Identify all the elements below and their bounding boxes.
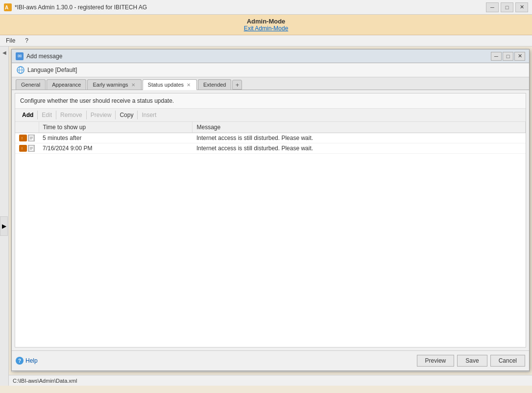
status-bar: C:\IBI-aws\Admin\Data.xml (9, 375, 532, 386)
tab-early-warnings-label: Early warnings (93, 82, 128, 88)
dialog-content: Configure whether the user should receiv… (15, 93, 526, 347)
row-time-2: 7/16/2024 9:00 PM (39, 143, 193, 154)
left-sidebar: ◀ ▶ (0, 46, 9, 386)
tab-general[interactable]: General (16, 79, 46, 90)
menu-file[interactable]: File (4, 36, 17, 45)
tab-bar: General Appearance Early warnings ✕ Stat… (12, 77, 529, 90)
tab-early-warnings-close[interactable]: ✕ (130, 82, 136, 88)
doc-icon (28, 135, 35, 141)
status-icon-2: ! (19, 145, 27, 152)
app-icon: A (4, 3, 12, 11)
toolbar-preview: Preview (87, 111, 116, 119)
config-description: Configure whether the user should receiv… (15, 93, 526, 109)
toolbar-remove: Remove (56, 111, 87, 119)
tab-status-updates-label: Status updates (148, 82, 184, 88)
status-icon: ! (19, 135, 27, 141)
tab-status-updates-close[interactable]: ✕ (186, 82, 192, 88)
save-button[interactable]: Save (457, 355, 487, 367)
col-time: Time to show up (39, 122, 193, 133)
toolbar-copy[interactable]: Copy (116, 111, 138, 119)
tab-extended-label: Extended (203, 82, 226, 88)
tab-add-button[interactable]: + (232, 80, 242, 90)
svg-text:A: A (5, 5, 8, 10)
col-message: Message (193, 122, 526, 133)
row-time-1: 5 minutes after (39, 133, 193, 143)
title-bar: A *IBI-aws Admin 1.30.0 - registered for… (0, 0, 532, 15)
sidebar-expand-btn[interactable]: ▶ (0, 216, 8, 236)
main-area: ◀ ▶ 0 ✉ Add message ─ □ ✕ (0, 46, 532, 386)
status-path: C:\IBI-aws\Admin\Data.xml (13, 378, 77, 384)
svg-text:!: ! (22, 147, 23, 150)
dialog-title-text: Add message (26, 53, 62, 60)
dialog-window: ✉ Add message ─ □ ✕ Language [Default] (11, 49, 530, 371)
svg-text:!: ! (22, 137, 23, 140)
row-icon-cell: ! (15, 133, 39, 143)
menu-bar: File ? (0, 35, 532, 46)
language-bar: Language [Default] (12, 63, 529, 77)
toolbar-add[interactable]: Add (18, 111, 38, 119)
dialog-title-controls: ─ □ ✕ (491, 52, 525, 61)
dialog-maximize-button[interactable]: □ (503, 52, 513, 61)
table-row[interactable]: ! (15, 143, 526, 154)
menu-help[interactable]: ? (23, 36, 30, 45)
tab-early-warnings[interactable]: Early warnings ✕ (87, 79, 141, 90)
dialog-footer: ? Help Preview Save Cancel (12, 350, 529, 370)
admin-mode-title: Admin-Mode (3, 18, 529, 25)
help-icon: ? (16, 357, 24, 365)
tab-extended[interactable]: Extended (198, 79, 231, 90)
data-table: Time to show up Message (15, 122, 526, 347)
title-bar-left: A *IBI-aws Admin 1.30.0 - registered for… (4, 3, 147, 11)
row-icons-2: ! (19, 145, 35, 152)
dialog-minimize-button[interactable]: ─ (491, 52, 502, 61)
background-content: 0 ✉ Add message ─ □ ✕ (9, 46, 532, 386)
dialog-icon: ✉ (16, 52, 24, 60)
row-message-1: Internet access is still disturbed. Plea… (193, 133, 526, 143)
maximize-button[interactable]: □ (501, 2, 513, 12)
tab-general-label: General (21, 82, 40, 88)
language-label: Language [Default] (27, 67, 77, 73)
cancel-button[interactable]: Cancel (490, 355, 525, 367)
footer-buttons: Preview Save Cancel (417, 355, 525, 367)
row-icon-cell-2: ! (15, 143, 39, 154)
doc-icon-2 (28, 145, 35, 152)
dialog-close-button[interactable]: ✕ (514, 52, 525, 61)
row-icons: ! (19, 135, 35, 141)
title-bar-text: *IBI-aws Admin 1.30.0 - registered for I… (15, 4, 147, 11)
sidebar-back-btn[interactable]: ◀ (0, 48, 8, 56)
col-icon (15, 122, 39, 133)
dialog-title-bar: ✉ Add message ─ □ ✕ (12, 49, 529, 63)
minimize-button[interactable]: ─ (486, 2, 499, 12)
tab-appearance[interactable]: Appearance (47, 79, 86, 90)
title-bar-controls: ─ □ ✕ (486, 2, 528, 12)
exit-admin-mode-link[interactable]: Exit Admin-Mode (3, 25, 529, 32)
tab-status-updates[interactable]: Status updates ✕ (143, 79, 197, 90)
admin-bar: Admin-Mode Exit Admin-Mode (0, 15, 532, 35)
toolbar-insert: Insert (138, 111, 160, 119)
dialog-title-left: ✉ Add message (16, 52, 62, 60)
help-button[interactable]: ? Help (16, 357, 38, 365)
table-row[interactable]: ! (15, 133, 526, 143)
row-message-2: Internet access is still disturbed. Plea… (193, 143, 526, 154)
close-button[interactable]: ✕ (515, 2, 528, 12)
toolbar-edit: Edit (38, 111, 56, 119)
help-label: Help (25, 357, 38, 364)
preview-button[interactable]: Preview (417, 355, 455, 367)
toolbar: Add Edit Remove Preview Copy Insert (15, 109, 526, 122)
tab-appearance-label: Appearance (52, 82, 81, 88)
language-icon (17, 66, 24, 74)
